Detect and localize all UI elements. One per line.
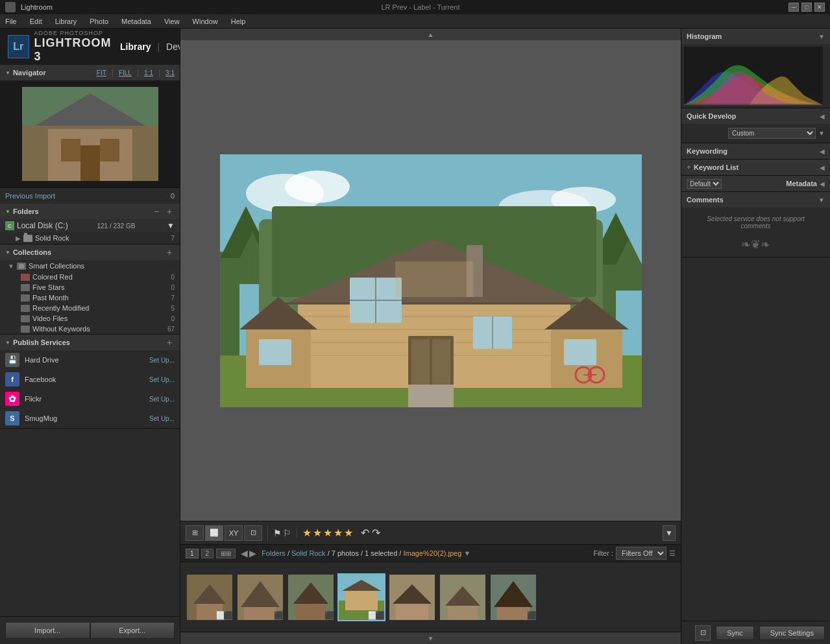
thumb-5[interactable]	[388, 573, 436, 621]
disk-dropdown[interactable]: ▼	[167, 221, 175, 230]
rotate-cw-icon[interactable]: ↷	[372, 527, 380, 539]
sync-settings-button[interactable]: Sync Settings	[759, 626, 825, 640]
flickr-setup[interactable]: Set Up...	[149, 396, 175, 403]
grid-size-btn[interactable]: ⊞⊞	[216, 549, 236, 558]
compare-view-btn[interactable]: XY	[225, 525, 243, 541]
sync-button[interactable]: Sync	[716, 626, 753, 640]
page-1-tab[interactable]: 1	[186, 549, 199, 558]
histogram-header[interactable]: Histogram ▼	[681, 29, 830, 44]
navigator-header[interactable]: ▼ Navigator FIT | FILL | 1:1 | 3:1	[0, 65, 180, 80]
hard-drive-setup[interactable]: Set Up...	[149, 357, 175, 364]
page-2-tab[interactable]: 2	[201, 549, 214, 558]
menu-metadata[interactable]: Metadata	[119, 16, 154, 27]
metadata-preset-select[interactable]: Default	[687, 179, 722, 189]
menu-window[interactable]: Window	[190, 16, 221, 27]
metadata-header[interactable]: Default Metadata ◀	[681, 176, 830, 191]
menu-view[interactable]: View	[162, 16, 182, 27]
qd-preset-arrow[interactable]: ▼	[818, 130, 825, 137]
prev-arrow[interactable]: ◀	[241, 548, 248, 558]
survey-view-btn[interactable]: ⊡	[244, 525, 262, 541]
zoom-1to1[interactable]: 1:1	[144, 69, 153, 77]
menu-file[interactable]: File	[3, 16, 19, 27]
flag-icon[interactable]: ⚑	[273, 528, 282, 538]
nav-develop[interactable]: Develop	[160, 39, 180, 54]
filter-options-btn[interactable]: ☰	[669, 549, 676, 558]
collection-video-files[interactable]: Video Files 0	[0, 313, 180, 324]
disk-item[interactable]: C Local Disk (C:) 121 / 232 GB ▼	[0, 219, 180, 232]
quick-develop-arrow[interactable]: ◀	[820, 113, 825, 120]
publish-flickr[interactable]: ✿ Flickr Set Up...	[0, 389, 180, 409]
nav-library[interactable]: Library	[114, 39, 157, 54]
breadcrumb-folders[interactable]: Folders	[262, 549, 286, 557]
breadcrumb-solid-rock[interactable]: Solid Rock	[291, 549, 326, 557]
collections-header[interactable]: ▼ Collections +	[0, 244, 180, 260]
publish-services-header[interactable]: ▼ Publish Services +	[0, 335, 180, 350]
star-4[interactable]: ★	[334, 527, 343, 539]
loupe-view-btn[interactable]: ⬜	[205, 525, 223, 541]
star-rating[interactable]: ★ ★ ★ ★ ★	[302, 527, 353, 539]
publish-hard-drive[interactable]: 💾 Hard Drive Set Up...	[0, 350, 180, 370]
keywording-header[interactable]: Keywording ◀	[681, 143, 830, 159]
rotate-ccw-icon[interactable]: ↶	[361, 527, 369, 539]
filter-select[interactable]: Filters Off Flagged Rated	[616, 547, 666, 560]
collection-colored-red[interactable]: Colored Red 0	[0, 272, 180, 282]
star-3[interactable]: ★	[323, 527, 332, 539]
top-scroll-arrow[interactable]: ▲	[180, 29, 681, 40]
smart-collections-group[interactable]: ▼ Smart Collections	[0, 260, 180, 272]
menu-photo[interactable]: Photo	[87, 16, 111, 27]
publish-plus[interactable]: +	[164, 337, 175, 348]
previous-import[interactable]: Previous Import 0	[0, 188, 180, 204]
thumb-3[interactable]: ⬛	[287, 573, 335, 621]
breadcrumb-dropdown[interactable]: ▼	[463, 549, 470, 557]
star-1[interactable]: ★	[302, 527, 311, 539]
reject-icon[interactable]: ⚐	[283, 528, 291, 538]
star-5[interactable]: ★	[344, 527, 353, 539]
bottom-scroll-arrow[interactable]: ▼	[180, 632, 681, 644]
import-button[interactable]: Import...	[5, 622, 90, 639]
folders-header[interactable]: ▼ Folders − +	[0, 204, 180, 219]
subfolder-item[interactable]: ▶ Solid Rock 7	[0, 232, 180, 244]
comments-arrow[interactable]: ▼	[818, 197, 825, 204]
collections-plus[interactable]: +	[164, 247, 175, 257]
qd-preset-select[interactable]: Custom Default	[728, 128, 816, 139]
thumb-6[interactable]	[439, 573, 487, 621]
folders-plus[interactable]: +	[164, 206, 175, 217]
export-button[interactable]: Export...	[90, 622, 175, 639]
collection-five-stars[interactable]: Five Stars 0	[0, 282, 180, 292]
close-button[interactable]: ✕	[814, 3, 825, 12]
zoom-fit[interactable]: FIT	[97, 69, 106, 77]
maximize-button[interactable]: □	[801, 3, 812, 12]
menu-library[interactable]: Library	[53, 16, 80, 27]
grid-view-btn[interactable]: ⊞	[186, 525, 204, 541]
collection-without-keywords[interactable]: Without Keywords 67	[0, 324, 180, 334]
zoom-fill[interactable]: FILL	[119, 69, 132, 77]
collection-recently-modified[interactable]: Recently Modified 5	[0, 303, 180, 313]
smugmug-setup[interactable]: Set Up...	[149, 415, 175, 422]
keyword-list-add[interactable]: +	[687, 163, 691, 172]
histogram-dropdown[interactable]: ▼	[818, 33, 825, 40]
star-2[interactable]: ★	[313, 527, 322, 539]
thumb-2[interactable]: ⬛	[236, 573, 284, 621]
image-area[interactable]	[180, 40, 681, 521]
collection-past-month[interactable]: Past Month 7	[0, 292, 180, 303]
folders-minus[interactable]: −	[151, 206, 162, 217]
toolbar-menu-btn[interactable]: ▼	[663, 525, 676, 541]
sync-icon-btn[interactable]: ⊡	[695, 625, 711, 641]
keyword-list-arrow[interactable]: ◀	[820, 164, 825, 171]
keyword-list-header[interactable]: + Keyword List ◀	[681, 160, 830, 175]
thumb-4[interactable]: ⬜ ⬛	[337, 573, 385, 621]
menu-edit[interactable]: Edit	[27, 16, 45, 27]
menu-help[interactable]: Help	[228, 16, 249, 27]
quick-develop-header[interactable]: Quick Develop ◀	[681, 108, 830, 124]
metadata-arrow[interactable]: ◀	[820, 180, 825, 187]
thumb-7[interactable]: ⬛	[489, 573, 537, 621]
breadcrumb-filename[interactable]: Image%20(2).jpeg	[403, 549, 461, 557]
keywording-arrow[interactable]: ◀	[820, 148, 825, 155]
publish-facebook[interactable]: f Facebook Set Up...	[0, 370, 180, 389]
publish-smugmug[interactable]: S SmugMug Set Up...	[0, 409, 180, 428]
thumb-1[interactable]: ⬜ ⬛	[186, 573, 234, 621]
minimize-button[interactable]: ─	[788, 3, 799, 12]
comments-header[interactable]: Comments ▼	[681, 192, 830, 208]
facebook-setup[interactable]: Set Up...	[149, 376, 175, 383]
zoom-3to1[interactable]: 3:1	[165, 69, 175, 77]
